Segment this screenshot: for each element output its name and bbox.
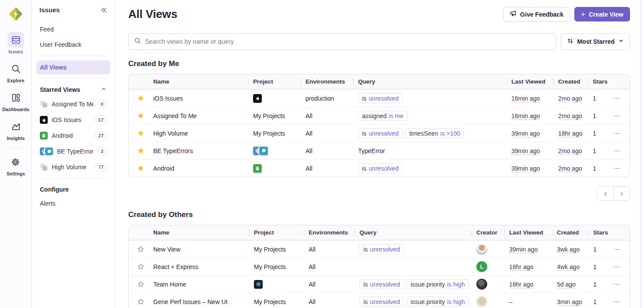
- view-name-link[interactable]: New View: [153, 246, 180, 253]
- created-cell: 2mo ago: [557, 112, 592, 119]
- project-cell: My Projects: [253, 263, 308, 270]
- view-name-link[interactable]: BE TypeErrors: [153, 147, 193, 154]
- sidebar-item-alerts[interactable]: Alerts: [36, 196, 110, 210]
- table-row: Gene Perf Issues – New UIMy ProjectsAlli…: [129, 293, 630, 308]
- row-menu-button[interactable]: ⋯: [613, 298, 621, 306]
- react-project-icon: [254, 280, 263, 289]
- environments-cell: production: [305, 95, 357, 102]
- star-filled-icon[interactable]: [129, 94, 152, 102]
- created-by-others-heading: Created by Others: [128, 210, 630, 219]
- view-name-link[interactable]: Gene Perf Issues – New UI: [153, 298, 228, 305]
- row-menu-button[interactable]: ⋯: [613, 262, 621, 271]
- row-menu-button[interactable]: ⋯: [613, 129, 621, 137]
- starred-view-android[interactable]: Android27: [36, 128, 110, 143]
- environment-label: production: [306, 95, 334, 102]
- view-name-link[interactable]: Android: [153, 165, 174, 172]
- chevron-down-icon: [618, 38, 624, 45]
- table-row: BE TypeErrorsAllTypeError39min ago2mo ag…: [129, 142, 630, 159]
- star-filled-icon[interactable]: [129, 112, 152, 119]
- star-outline-icon[interactable]: [129, 298, 152, 305]
- created-cell: 5d ago: [556, 281, 592, 288]
- actions-cell: ⋯: [612, 129, 630, 137]
- created-value: 2mo ago: [558, 147, 582, 154]
- creator-cell: [475, 244, 508, 255]
- last-viewed-value: 39min ago: [511, 147, 540, 154]
- search-views-input[interactable]: [145, 38, 550, 45]
- stars-cell: 1: [592, 95, 612, 102]
- environment-label: All: [306, 130, 313, 137]
- star-outline-icon[interactable]: [129, 280, 152, 288]
- project-cell: [252, 164, 305, 173]
- rail-item-label: Settings: [7, 171, 25, 176]
- project-label: My Projects: [253, 112, 285, 119]
- table-row: React + ExpressMy ProjectsAllL18hr ago4w…: [129, 258, 630, 275]
- last-viewed-value: 18hr ago: [509, 263, 533, 270]
- row-menu-button[interactable]: ⋯: [613, 164, 621, 172]
- megaphone-icon: [510, 10, 517, 18]
- stars-count: 1: [593, 112, 596, 119]
- chevron-up-icon[interactable]: [101, 86, 107, 93]
- star-filled-icon[interactable]: [129, 130, 152, 137]
- sort-dropdown[interactable]: Most Starred: [561, 33, 630, 50]
- give-feedback-button[interactable]: Give Feedback: [503, 7, 570, 21]
- view-name-link[interactable]: High Volume: [153, 130, 188, 137]
- star-filled-icon[interactable]: [129, 164, 152, 172]
- creator-cell: L: [475, 261, 508, 272]
- column-header-created: Created: [557, 78, 592, 85]
- query-token-part: is: [363, 298, 368, 305]
- next-page-button[interactable]: [613, 187, 630, 200]
- query-token-part: is high: [447, 298, 465, 305]
- row-menu-button[interactable]: ⋯: [613, 280, 621, 288]
- name-cell: BE TypeErrors: [152, 147, 252, 154]
- last-viewed-cell: –: [508, 298, 556, 305]
- name-cell: High Volume: [152, 130, 252, 137]
- issue-count-badge: 3: [97, 147, 107, 156]
- scrollbar-track[interactable]: [640, 0, 644, 308]
- query-token-part: timesSeen: [409, 130, 438, 137]
- view-name-link[interactable]: React + Express: [153, 263, 198, 270]
- starred-view-assigned-to-me[interactable]: Assigned To Me0: [36, 97, 110, 112]
- starred-view-ios-issues[interactable]: iOS Issues17: [36, 112, 110, 127]
- rail-item-label: Insights: [7, 136, 25, 141]
- star-outline-icon[interactable]: [129, 245, 152, 253]
- column-header-environments: Environments: [308, 229, 359, 236]
- collapse-left-icon[interactable]: [100, 7, 107, 14]
- name-cell: React + Express: [152, 263, 253, 270]
- last-viewed-value: 16min ago: [511, 112, 540, 119]
- star-outline-icon[interactable]: [129, 263, 152, 270]
- stars-cell: 1: [592, 298, 612, 305]
- last-viewed-value: 39min ago: [511, 130, 540, 137]
- query-text: TypeError: [358, 147, 385, 154]
- rail-item-issues[interactable]: Issues: [7, 32, 24, 54]
- project-icons: [253, 164, 262, 173]
- row-menu-button[interactable]: ⋯: [613, 147, 621, 155]
- create-view-button[interactable]: + Create View: [574, 7, 630, 21]
- sentry-logo-icon[interactable]: [7, 5, 25, 23]
- sidebar-item-feed[interactable]: Feed: [36, 22, 110, 36]
- row-menu-button[interactable]: ⋯: [613, 94, 621, 102]
- query-token-part: is >100: [440, 130, 461, 137]
- starred-view-label: High Volume: [52, 164, 91, 171]
- starred-view-high-volume[interactable]: High Volume77: [36, 160, 110, 175]
- last-viewed-cell: 18hr ago: [508, 263, 556, 270]
- rail-item-explore[interactable]: Explore: [7, 61, 24, 83]
- actions-cell: ⋯: [612, 164, 630, 172]
- rail-item-dashboards[interactable]: Dashboards: [2, 90, 29, 112]
- query-token-part: assigned: [362, 112, 387, 119]
- name-cell: iOS Issues: [152, 95, 252, 102]
- environment-label: All: [309, 298, 316, 305]
- row-menu-button[interactable]: ⋯: [613, 245, 621, 253]
- stars-count: 1: [593, 263, 597, 270]
- sidebar-item-all-views[interactable]: All Views: [36, 60, 110, 74]
- row-menu-button[interactable]: ⋯: [613, 112, 621, 120]
- view-name-link[interactable]: iOS Issues: [153, 95, 183, 102]
- view-name-link[interactable]: Assigned To Me: [153, 112, 197, 119]
- sidebar-item-user-feedback[interactable]: User Feedback: [36, 38, 110, 52]
- view-name-link[interactable]: Team Home: [153, 281, 186, 288]
- rail-item-insights[interactable]: Insights: [7, 119, 25, 141]
- prev-page-button[interactable]: [597, 187, 613, 200]
- star-filled-icon[interactable]: [129, 147, 152, 154]
- search-icon: [134, 37, 141, 46]
- rail-item-settings[interactable]: Settings: [7, 154, 25, 176]
- starred-view-be-typeerrors[interactable]: BE TypeErrors3: [36, 144, 110, 159]
